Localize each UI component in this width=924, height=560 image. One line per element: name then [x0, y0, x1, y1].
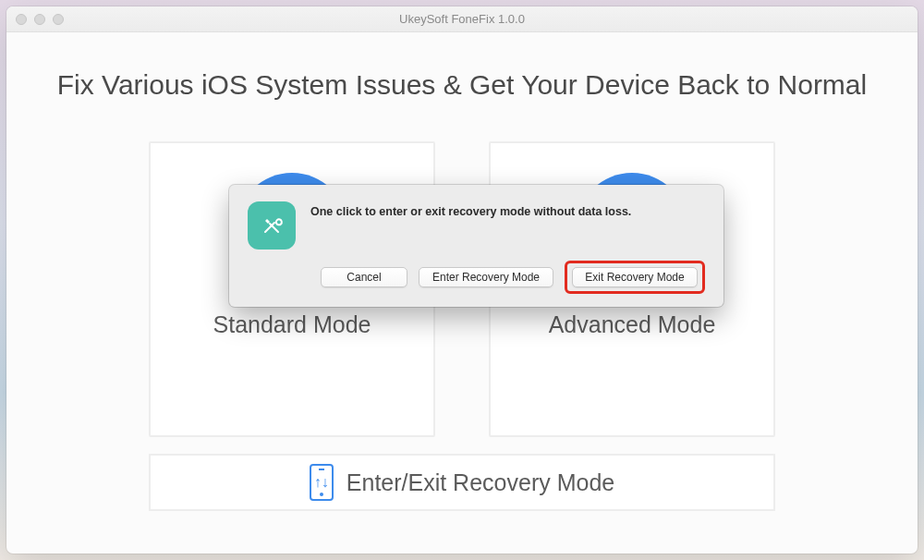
- advanced-mode-label: Advanced Mode: [549, 311, 716, 338]
- maximize-icon[interactable]: [53, 14, 64, 25]
- dialog-button-row: Cancel Enter Recovery Mode Exit Recovery…: [248, 261, 705, 294]
- titlebar: UkeySoft FoneFix 1.0.0: [6, 6, 918, 32]
- dialog-header: One click to enter or exit recovery mode…: [248, 201, 705, 250]
- enter-recovery-button[interactable]: Enter Recovery Mode: [419, 267, 553, 287]
- tools-icon: [248, 201, 296, 250]
- page-headline: Fix Various iOS System Issues & Get Your…: [57, 69, 867, 101]
- recovery-mode-dialog: One click to enter or exit recovery mode…: [229, 185, 723, 307]
- window-title: UkeySoft FoneFix 1.0.0: [6, 12, 918, 26]
- recovery-mode-button[interactable]: ↑↓ Enter/Exit Recovery Mode: [149, 454, 775, 511]
- arrows-icon: ↑↓: [314, 475, 329, 490]
- phone-recovery-icon: ↑↓: [310, 464, 334, 501]
- dialog-message: One click to enter or exit recovery mode…: [310, 201, 631, 218]
- recovery-mode-label: Enter/Exit Recovery Mode: [346, 469, 614, 496]
- close-icon[interactable]: [16, 14, 27, 25]
- minimize-icon[interactable]: [34, 14, 45, 25]
- window-controls: [16, 14, 64, 25]
- exit-recovery-button[interactable]: Exit Recovery Mode: [572, 267, 698, 287]
- exit-button-highlight: Exit Recovery Mode: [565, 261, 705, 294]
- standard-mode-label: Standard Mode: [213, 311, 371, 338]
- cancel-button[interactable]: Cancel: [321, 267, 407, 287]
